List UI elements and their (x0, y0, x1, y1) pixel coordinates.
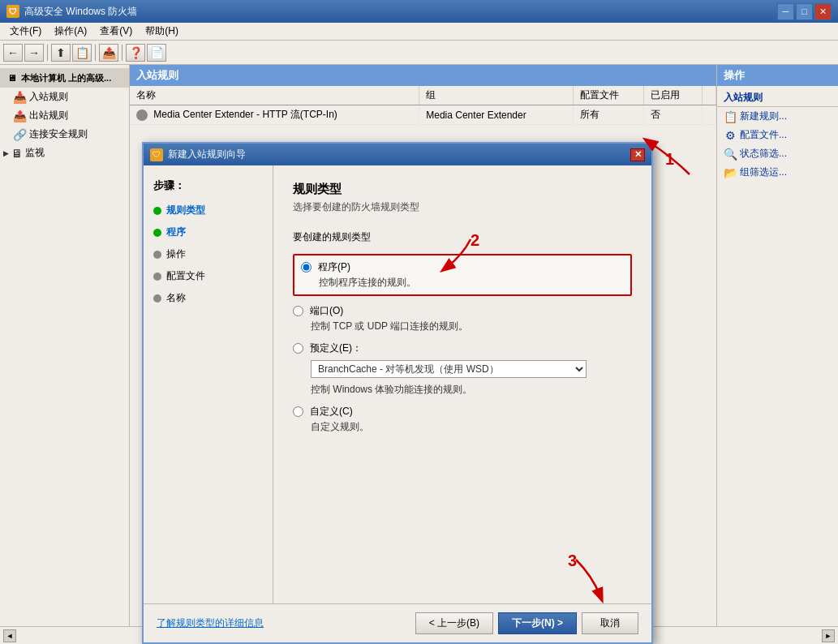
step-profile[interactable]: 配置文件 (144, 265, 273, 287)
menu-view[interactable]: 查看(V) (93, 23, 139, 40)
title-bar-buttons: ─ □ ✕ (777, 3, 832, 20)
sidebar-connection-label: 连接安全规则 (29, 127, 88, 141)
cancel-button[interactable]: 取消 (582, 612, 638, 634)
dialog-footer: 了解规则类型的详细信息 < 上一步(B) 下一步(N) > 取消 (144, 603, 651, 642)
action-section-inbound: 入站规则 (717, 86, 838, 107)
sidebar-item-inbound[interactable]: 📥 入站规则 (0, 88, 129, 106)
sidebar-item-connection[interactable]: 🔗 连接安全规则 (0, 125, 129, 144)
dialog-content: 步骤： 规则类型 程序 操作 配置文件 (144, 165, 651, 603)
section-desc: 选择要创建的防火墙规则类型 (293, 200, 632, 214)
toolbar: ← → ⬆ 📋 📤 ❓ 📄 (0, 41, 838, 65)
dialog-close-button[interactable]: ✕ (630, 148, 645, 161)
action-filter-status[interactable]: 🔍 状态筛选... (717, 144, 838, 163)
help-button[interactable]: ❓ (126, 44, 145, 62)
rule-name-text: Media Center Extender - HTTP 流(TCP-In) (153, 109, 337, 120)
steps-label: 步骤： (144, 178, 273, 200)
scroll-right-button[interactable]: ► (822, 629, 835, 642)
section-title: 规则类型 (293, 182, 632, 197)
radio-predefined-label[interactable]: 预定义(E)： (310, 341, 362, 355)
outbound-icon: 📤 (13, 109, 26, 122)
up-button[interactable]: ⬆ (51, 44, 71, 62)
sidebar-item-outbound[interactable]: 📤 出站规则 (0, 106, 129, 125)
sidebar: 🖥 本地计算机 上的高级... 📥 入站规则 📤 出站规则 🔗 连接安全规则 ▶… (0, 65, 130, 626)
action-filter-status-label: 状态筛选... (740, 147, 787, 161)
dialog-buttons: < 上一步(B) 下一步(N) > 取消 (415, 612, 638, 634)
learn-more-link[interactable]: 了解规则类型的详细信息 (157, 616, 264, 630)
dialog-main-content: 规则类型 选择要创建的防火墙规则类型 要创建的规则类型 程序(P) 控制程序连接… (273, 165, 651, 603)
step-program[interactable]: 程序 (144, 221, 273, 243)
col-profile[interactable]: 配置文件 (573, 86, 644, 105)
extra-button[interactable]: 📄 (147, 44, 166, 62)
sidebar-outbound-label: 出站规则 (29, 109, 68, 122)
forward-button[interactable]: → (24, 44, 44, 62)
step-name[interactable]: 名称 (144, 287, 273, 309)
radio-program[interactable] (301, 262, 312, 273)
step-dot-profile (153, 273, 161, 281)
radio-program-row: 程序(P) (301, 260, 624, 274)
sidebar-monitor-label: 监视 (25, 146, 45, 160)
configure-icon: ⚙ (724, 129, 737, 142)
show-button[interactable]: 📋 (72, 44, 92, 62)
radio-custom-desc: 自定义规则。 (311, 420, 632, 434)
dialog-title-text: 新建入站规则向导 (168, 148, 625, 161)
prev-button[interactable]: < 上一步(B) (415, 612, 493, 634)
action-new-rule[interactable]: 📋 新建规则... (717, 107, 838, 126)
action-configure[interactable]: ⚙ 配置文件... (717, 126, 838, 144)
export-button[interactable]: 📤 (99, 44, 118, 62)
sidebar-inbound-label: 入站规则 (29, 90, 68, 104)
maximize-button[interactable]: □ (796, 3, 813, 20)
rule-profile-cell: 所有 (573, 105, 644, 125)
radio-port-label[interactable]: 端口(O) (310, 304, 343, 318)
sidebar-group-monitor[interactable]: ▶ 🖥 监视 (0, 144, 129, 162)
actions-panel: 操作 入站规则 📋 新建规则... ⚙ 配置文件... 🔍 状态筛选... 📂 … (716, 65, 838, 626)
action-filter-group[interactable]: 📂 组筛选运... (717, 163, 838, 182)
menu-action[interactable]: 操作(A) (48, 23, 93, 40)
back-button[interactable]: ← (3, 44, 23, 62)
col-scroll (703, 86, 716, 105)
step-action-label: 操作 (166, 247, 186, 261)
action-filter-group-label: 组筛选运... (740, 165, 787, 179)
scroll-left-button[interactable]: ◄ (3, 629, 16, 642)
scroll-placeholder (703, 105, 716, 125)
step-program-label: 程序 (166, 225, 186, 239)
radio-option-predefined: 预定义(E)： BranchCache - 对等机发现（使用 WSD） 控制 W… (293, 341, 632, 397)
title-bar: 🛡 高级安全 Windows 防火墙 ─ □ ✕ (0, 0, 838, 23)
predefined-dropdown[interactable]: BranchCache - 对等机发现（使用 WSD） (311, 360, 587, 378)
step-dot-rule-type (153, 207, 161, 215)
next-button[interactable]: 下一步(N) > (498, 612, 577, 634)
menu-file[interactable]: 文件(F) (3, 23, 48, 40)
radio-port-desc: 控制 TCP 或 UDP 端口连接的规则。 (311, 320, 632, 333)
rule-group-cell: Media Center Extender (419, 105, 573, 125)
predefined-dropdown-row: BranchCache - 对等机发现（使用 WSD） (311, 360, 632, 378)
rule-enabled-cell: 否 (644, 105, 703, 125)
menu-help[interactable]: 帮助(H) (139, 23, 185, 40)
radio-port[interactable] (293, 306, 303, 316)
minimize-button[interactable]: ─ (777, 3, 794, 20)
table-row[interactable]: Media Center Extender - HTTP 流(TCP-In) M… (130, 105, 716, 125)
rule-name-cell: Media Center Extender - HTTP 流(TCP-In) (130, 105, 419, 125)
radio-custom[interactable] (293, 406, 303, 417)
rule-type-radio-group: 程序(P) 控制程序连接的规则。 端口(O) 控制 TCP 或 UDP 端口连接… (293, 254, 632, 434)
app-icon: 🛡 (6, 5, 19, 18)
radio-predefined[interactable] (293, 343, 303, 354)
radio-predefined-desc: 控制 Windows 体验功能连接的规则。 (311, 383, 632, 397)
action-configure-label: 配置文件... (740, 128, 787, 142)
step-action[interactable]: 操作 (144, 243, 273, 265)
step-name-label: 名称 (166, 291, 186, 305)
rules-header: 入站规则 (130, 65, 716, 86)
inbound-icon: 📥 (13, 91, 26, 104)
toolbar-separator-1 (47, 45, 48, 61)
col-group[interactable]: 组 (419, 86, 573, 105)
col-enabled[interactable]: 已启用 (644, 86, 703, 105)
col-name[interactable]: 名称 (130, 86, 419, 105)
monitor-icon: 🖥 (11, 147, 24, 160)
radio-custom-label[interactable]: 自定义(C) (310, 405, 353, 419)
radio-program-label[interactable]: 程序(P) (318, 260, 350, 274)
step-dot-action (153, 251, 161, 259)
radio-port-row: 端口(O) (293, 304, 632, 318)
new-inbound-rule-dialog: 🛡 新建入站规则向导 ✕ 步骤： 规则类型 程序 操作 (142, 142, 653, 644)
filter-group-icon: 📂 (724, 166, 737, 179)
close-button[interactable]: ✕ (814, 3, 832, 20)
radio-option-custom: 自定义(C) 自定义规则。 (293, 405, 632, 434)
step-rule-type[interactable]: 规则类型 (144, 200, 273, 221)
